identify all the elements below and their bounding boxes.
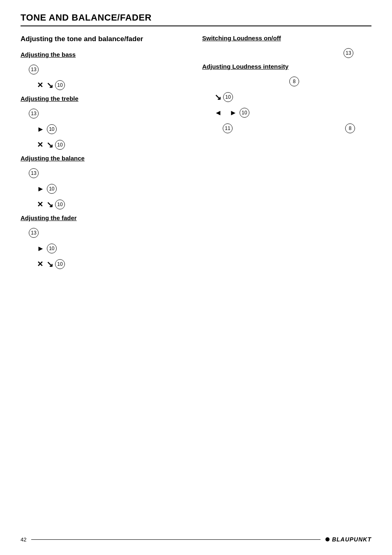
- loudness-intensity-step-1: 8: [219, 76, 371, 87]
- symbol-x-fader: ✕: [37, 260, 43, 269]
- section-title-switching-loudness: Switching Loudness on/off: [202, 35, 371, 42]
- fader-step-3: ✕ ↘ 10: [37, 258, 190, 270]
- loudness-intensity-step-3: ◄ ► 10: [214, 107, 371, 118]
- fader-step-1: 13: [29, 227, 190, 239]
- loudness-intensity-step-2: ↘ 10: [214, 91, 371, 103]
- symbol-x-treble: ✕: [37, 140, 43, 149]
- loudness-intensity-step-4: 11 8: [206, 123, 363, 134]
- brand-dot: [325, 537, 330, 541]
- symbol-y-fader: ↘: [46, 259, 53, 269]
- left-column: Adjusting the tone and balance/fader Adj…: [21, 35, 190, 274]
- circled-10-balance-2: 10: [47, 184, 57, 194]
- section-title-adjusting-loudness: Adjusting Loudness intensity: [202, 63, 371, 70]
- arrow-left-loudness: ◄: [214, 109, 222, 117]
- treble-step-1: 13: [29, 108, 190, 119]
- section-title-bass: Adjusting the bass: [21, 51, 190, 58]
- section-title-fader: Adjusting the fader: [21, 214, 190, 221]
- brand-name: BLAUPUNKT: [332, 536, 371, 543]
- symbol-x-balance: ✕: [37, 200, 43, 209]
- circled-8-loudness-2: 8: [345, 123, 355, 133]
- balance-step-2: ► 10: [37, 183, 190, 195]
- section-title-treble: Adjusting the treble: [21, 95, 190, 102]
- section-treble: Adjusting the treble 13 ► 10 ✕ ↘ 10: [21, 95, 190, 151]
- treble-step-2: ► 10: [37, 123, 190, 135]
- circled-10-balance-3: 10: [55, 200, 65, 209]
- arrow-fader: ►: [37, 244, 44, 253]
- bass-step-2: ✕ ↘ 10: [37, 79, 190, 91]
- bass-step-1: 13: [29, 64, 190, 75]
- loudness-switch-step-1: 13: [210, 47, 355, 59]
- footer: 42 BLAUPUNKT: [21, 536, 371, 543]
- balance-step-3: ✕ ↘ 10: [37, 199, 190, 210]
- brand-logo: BLAUPUNKT: [325, 536, 371, 543]
- symbol-y-loudness: ↘: [214, 92, 221, 102]
- circled-8-loudness-1: 8: [289, 77, 299, 86]
- circled-10-fader-3: 10: [55, 259, 65, 269]
- section-bass: Adjusting the bass 13 ✕ ↘ 10: [21, 51, 190, 91]
- main-content: Adjusting the tone and balance/fader Adj…: [21, 35, 371, 274]
- section-switching-loudness: Switching Loudness on/off 13: [202, 35, 371, 59]
- symbol-y-bass: ↘: [46, 80, 53, 90]
- arrow-right-loudness: ►: [230, 109, 237, 117]
- circled-10-loudness-2: 10: [223, 92, 233, 102]
- circled-13-bass: 13: [29, 65, 39, 74]
- section-title-balance: Adjusting the balance: [21, 155, 190, 162]
- circled-10-treble-2: 10: [47, 124, 57, 134]
- circled-10-fader-2: 10: [47, 244, 57, 253]
- circled-11-loudness: 11: [223, 123, 233, 133]
- circled-10-loudness-3: 10: [240, 108, 249, 118]
- section-balance: Adjusting the balance 13 ► 10 ✕ ↘ 10: [21, 155, 190, 210]
- title-rule: [21, 26, 371, 26]
- footer-rule: [31, 539, 320, 540]
- circled-13-treble: 13: [29, 109, 39, 118]
- arrow-treble: ►: [37, 125, 44, 134]
- fader-step-2: ► 10: [37, 243, 190, 254]
- right-column: Switching Loudness on/off 13 Adjusting L…: [202, 35, 371, 274]
- symbol-y-balance: ↘: [46, 200, 53, 209]
- page-title: TONE AND BALANCE/FADER: [21, 12, 371, 23]
- symbol-y-treble: ↘: [46, 140, 53, 150]
- circled-10-treble-3: 10: [55, 140, 65, 150]
- arrow-balance: ►: [37, 185, 44, 193]
- balance-step-1: 13: [29, 167, 190, 179]
- symbol-x-bass: ✕: [37, 81, 43, 90]
- circled-13-balance: 13: [29, 168, 39, 178]
- circled-13-loudness-switch: 13: [344, 48, 353, 58]
- section-fader: Adjusting the fader 13 ► 10 ✕ ↘ 10: [21, 214, 190, 270]
- treble-step-3: ✕ ↘ 10: [37, 139, 190, 151]
- page-number: 42: [21, 536, 26, 543]
- section-adjusting-loudness: Adjusting Loudness intensity 8 ↘ 10 ◄ ► …: [202, 63, 371, 134]
- circled-13-fader: 13: [29, 228, 39, 238]
- spacer-loudness: [224, 109, 226, 117]
- left-col-header: Adjusting the tone and balance/fader: [21, 35, 190, 44]
- circled-10-bass: 10: [55, 80, 65, 90]
